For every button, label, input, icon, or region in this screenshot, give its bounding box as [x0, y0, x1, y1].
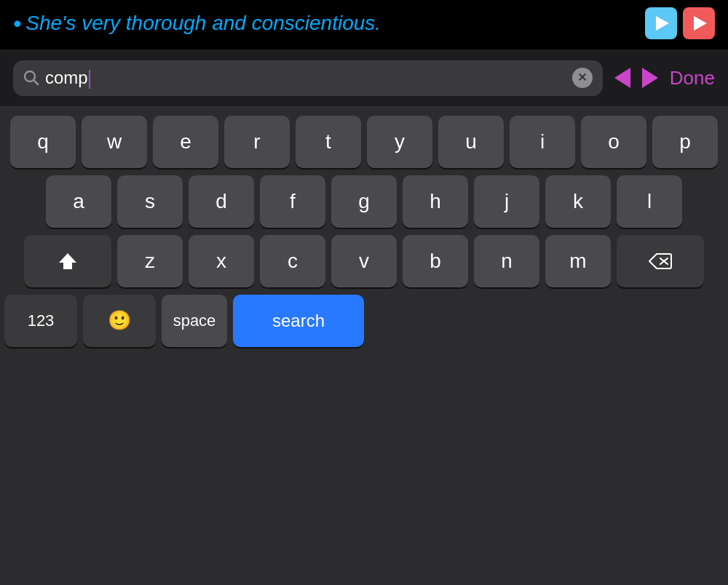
search-field[interactable]: comp ✕: [13, 60, 603, 96]
play-blue-button[interactable]: [645, 7, 677, 39]
key-o[interactable]: o: [581, 116, 646, 168]
key-y[interactable]: y: [367, 116, 432, 168]
delete-key[interactable]: [617, 235, 704, 287]
key-g[interactable]: g: [331, 175, 397, 228]
key-w[interactable]: w: [82, 116, 147, 168]
nav-prev-button[interactable]: [614, 68, 630, 88]
svg-line-1: [34, 81, 39, 85]
keyboard: q w e r t y u i o p a s d f g h j k l z …: [0, 107, 728, 585]
input-value: comp: [45, 68, 88, 87]
key-v[interactable]: v: [331, 235, 397, 287]
text-cursor: [89, 70, 90, 89]
key-e[interactable]: e: [153, 116, 218, 168]
key-l[interactable]: l: [617, 175, 682, 228]
search-input[interactable]: comp: [45, 68, 566, 89]
key-k[interactable]: k: [545, 175, 611, 228]
clear-icon: ✕: [577, 72, 587, 84]
search-icon: [23, 70, 39, 86]
shift-key[interactable]: [24, 235, 111, 287]
prev-icon: [614, 68, 630, 88]
key-u[interactable]: u: [438, 116, 504, 168]
svg-marker-2: [59, 253, 76, 269]
emoji-key[interactable]: 🙂: [83, 295, 156, 347]
key-x[interactable]: x: [189, 235, 254, 287]
key-row-1: q w e r t y u i o p: [4, 116, 724, 168]
bullet-point: •: [13, 10, 21, 37]
shift-icon: [58, 251, 78, 271]
top-banner: • She's very thorough and conscientious.: [0, 0, 728, 50]
key-n[interactable]: n: [474, 235, 539, 287]
key-d[interactable]: d: [189, 175, 254, 228]
key-p[interactable]: p: [652, 116, 718, 168]
key-row-2: a s d f g h j k l: [4, 175, 724, 228]
key-h[interactable]: h: [403, 175, 468, 228]
key-c[interactable]: c: [260, 235, 325, 287]
play-red-button[interactable]: [683, 7, 715, 39]
key-j[interactable]: j: [474, 175, 539, 228]
number-mode-key[interactable]: 123: [4, 295, 77, 347]
play-red-icon: [694, 16, 707, 31]
nav-next-button[interactable]: [642, 68, 658, 88]
key-s[interactable]: s: [117, 175, 183, 228]
search-key[interactable]: search: [233, 295, 364, 347]
key-r[interactable]: r: [224, 116, 290, 168]
key-z[interactable]: z: [117, 235, 183, 287]
key-row-bottom: 123 🙂 space search: [4, 295, 724, 347]
backspace-icon: [649, 252, 672, 270]
space-key[interactable]: space: [162, 295, 227, 347]
search-bar-area: comp ✕ Done: [0, 50, 728, 107]
sentence-text: She's very thorough and conscientious.: [25, 12, 638, 35]
clear-button[interactable]: ✕: [572, 68, 593, 88]
play-blue-icon: [656, 16, 669, 31]
key-t[interactable]: t: [296, 116, 361, 168]
key-q[interactable]: q: [10, 116, 76, 168]
key-m[interactable]: m: [545, 235, 611, 287]
done-button[interactable]: Done: [670, 67, 715, 89]
key-row-3: z x c v b n m: [4, 235, 724, 287]
key-i[interactable]: i: [510, 116, 575, 168]
key-b[interactable]: b: [403, 235, 468, 287]
key-a[interactable]: a: [46, 175, 111, 228]
key-f[interactable]: f: [260, 175, 325, 228]
next-icon: [642, 68, 658, 88]
